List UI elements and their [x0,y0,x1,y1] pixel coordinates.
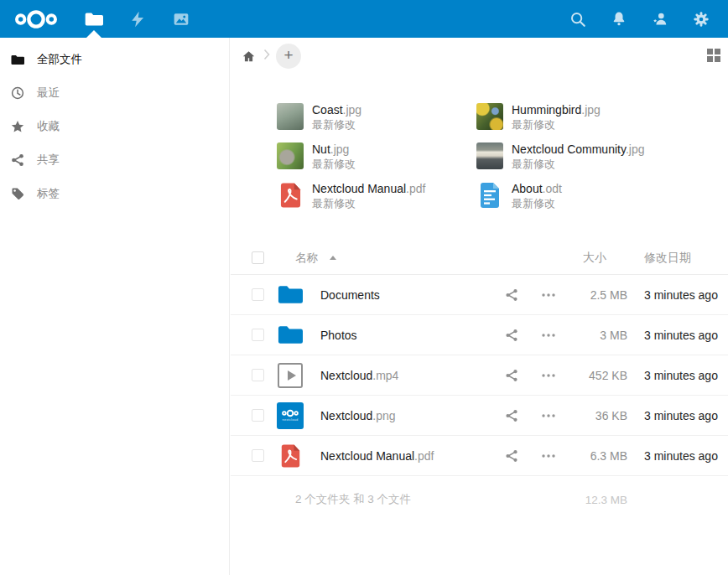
lightning-icon [129,10,146,28]
tag-icon [11,187,24,200]
file-name: Nut.jpg [312,142,356,156]
folder-icon [85,12,103,27]
recent-item-manual-pdf[interactable]: Nextcloud Manual.pdf 最新修改 [277,182,476,221]
column-header-name[interactable]: 名称 [295,251,318,266]
hummingbird-photo-thumbnail [476,103,503,130]
community-photo-thumbnail [476,142,503,169]
share-button[interactable] [493,409,530,422]
sidebar-item-label: 全部文件 [37,52,82,67]
sidebar-item-tags[interactable]: 标签 [0,177,229,210]
row-checkbox[interactable] [252,329,264,341]
active-app-pointer [86,30,101,38]
nextcloud-logo-tile-icon: nextcloud [277,402,304,429]
squirrel-photo-thumbnail [277,142,304,169]
share-icon [505,329,518,342]
recent-item-about-odt[interactable]: About.odt 最新修改 [476,182,728,221]
file-status: 最新修改 [312,158,356,170]
grid-view-toggle-button[interactable] [707,49,720,62]
row-checkbox[interactable] [252,449,264,462]
nextcloud-files-app: 全部文件 最近 收藏 共享 [0,0,728,575]
notifications-button[interactable] [598,0,639,38]
folder-icon [277,322,304,349]
recent-item-community[interactable]: Nextcloud Community.jpg 最新修改 [476,142,728,182]
total-size: 12.3 MB [567,494,627,506]
share-icon [11,153,24,167]
table-header-row: 名称 大小 修改日期 [231,241,728,275]
clock-icon [11,86,24,100]
sidebar-item-all-files[interactable]: 全部文件 [0,43,229,76]
search-button[interactable] [557,0,598,38]
folder-icon [277,282,304,308]
tile-caption: nextcloud [283,418,299,422]
app-activity-button[interactable] [116,0,159,38]
home-button[interactable] [242,49,256,64]
file-status: 最新修改 [512,197,562,210]
sidebar-item-recent[interactable]: 最近 [0,76,229,110]
app-menu [72,0,203,38]
top-bar [0,0,728,38]
file-modified: 3 minutes ago [627,329,728,342]
sidebar-item-favorites[interactable]: 收藏 [0,110,229,143]
table-row-nextcloud-mp4[interactable]: Nextcloud.mp4 452 KB 3 minutes ago [231,355,728,396]
file-name: Nextcloud.mp4 [312,369,493,382]
new-file-button[interactable]: + [276,44,301,69]
nextcloud-logo-icon [10,9,62,29]
file-modified: 3 minutes ago [627,409,728,422]
file-name: Nextcloud Manual.pdf [312,182,425,195]
table-row-photos[interactable]: Photos 3 MB 3 minutes ago [231,315,728,355]
file-size: 6.3 MB [567,449,627,463]
row-checkbox[interactable] [252,288,264,301]
contacts-button[interactable] [639,0,680,38]
file-table: 名称 大小 修改日期 Documents 2.5 MB 3 m [231,241,728,523]
files-content: + Coast.jpg 最新修改 Hummingbird.jpg 最新修改 [231,38,728,575]
sort-ascending-icon [330,256,336,260]
ellipsis-icon [541,413,556,418]
files-count-summary: 2 个文件夹 和 3 个文件 [277,492,493,507]
pdf-icon [277,443,304,469]
share-icon [505,449,518,463]
sidebar-item-label: 收藏 [37,119,60,134]
recent-item-nut[interactable]: Nut.jpg 最新修改 [277,142,476,182]
more-actions-button[interactable] [530,373,567,378]
top-bar-actions [557,0,721,38]
share-icon [505,369,518,382]
table-row-documents[interactable]: Documents 2.5 MB 3 minutes ago [231,275,728,315]
table-summary-row: 2 个文件夹 和 3 个文件 12.3 MB [231,476,728,523]
table-row-nextcloud-manual-pdf[interactable]: Nextcloud Manual.pdf 6.3 MB 3 minutes ag… [231,436,728,476]
recent-item-hummingbird[interactable]: Hummingbird.jpg 最新修改 [476,103,728,142]
row-checkbox[interactable] [252,369,264,381]
breadcrumb: + [231,38,728,75]
column-header-modified[interactable]: 修改日期 [627,251,728,266]
file-name: Coast.jpg [312,103,361,117]
recent-item-coast[interactable]: Coast.jpg 最新修改 [277,103,476,142]
column-header-size[interactable]: 大小 [567,251,627,266]
sidebar-item-label: 共享 [37,153,60,168]
ellipsis-icon [541,373,556,378]
row-checkbox[interactable] [252,409,264,422]
file-modified: 3 minutes ago [627,369,728,382]
nextcloud-logo[interactable] [10,9,64,29]
ellipsis-icon [541,293,556,298]
home-icon [242,49,256,64]
select-all-checkbox[interactable] [252,251,264,264]
more-actions-button[interactable] [530,413,567,418]
app-gallery-button[interactable] [159,0,203,38]
folder-icon [11,53,24,66]
table-row-nextcloud-png[interactable]: nextcloud Nextcloud.png 36 KB 3 minutes … [231,396,728,436]
more-actions-button[interactable] [530,453,567,458]
more-actions-button[interactable] [530,333,567,338]
app-files-button[interactable] [72,0,116,38]
more-actions-button[interactable] [530,293,567,298]
file-name: Photos [312,329,493,342]
sidebar-item-shared[interactable]: 共享 [0,143,229,177]
file-status: 最新修改 [312,118,361,131]
share-button[interactable] [493,329,530,342]
file-status: 最新修改 [512,118,601,131]
file-name: Nextcloud.png [312,409,493,422]
settings-button[interactable] [680,0,721,38]
file-size: 2.5 MB [567,288,627,302]
share-button[interactable] [493,449,530,463]
share-button[interactable] [493,369,530,382]
share-button[interactable] [493,288,530,302]
file-status: 最新修改 [512,158,644,170]
